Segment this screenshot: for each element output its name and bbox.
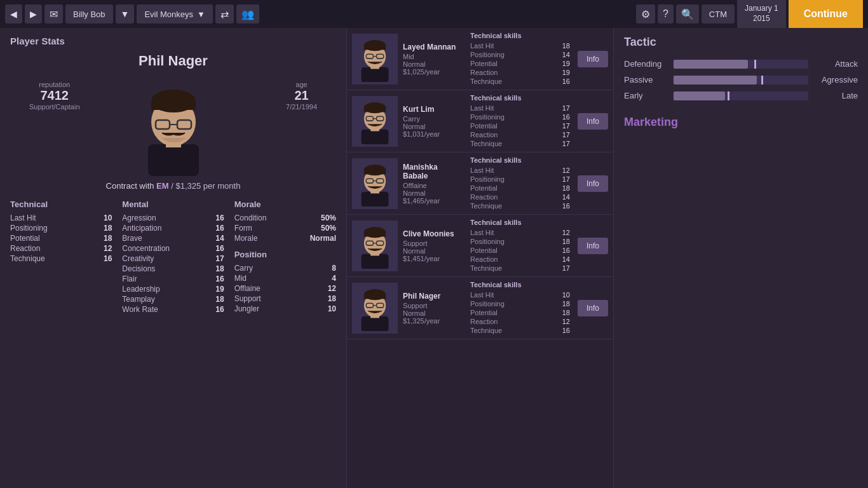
tech-skills-title: Technical skills [470,281,570,288]
tactic-title: Tactic [624,36,858,49]
mental-stat-row: Creativity17 [122,254,224,264]
player-info-morale: Normal [403,247,463,255]
player-dropdown[interactable]: ▼ [116,4,135,24]
player-info-morale: Normal [403,309,463,317]
transfer-button[interactable]: ⇄ [215,4,234,24]
tech-skills-title: Technical skills [470,32,570,39]
forward-button[interactable]: ▶ [25,4,42,24]
player-row: Kurt Lim Carry Normal $1,031/year Techni… [347,90,613,152]
info-button[interactable]: Info [578,238,608,254]
player-info-role: Mid [403,53,463,60]
tactic-end-label: Attack [813,59,858,69]
nav-icons: ⇄ 👥 [215,4,259,24]
svg-rect-24 [362,191,389,206]
player-info-name: Phil Nager [403,292,463,301]
tactic-end-label: Agressive [813,75,858,85]
tech-skills-title: Technical skills [470,219,570,226]
tech-skills: Technical skills Last Hit 12 Positioning… [468,156,573,210]
position-stat-row: Jungler10 [234,304,336,314]
search-button[interactable]: 🔍 [676,4,699,24]
tech-skills: Technical skills Last Hit 10 Positioning… [468,281,573,335]
info-button[interactable]: Info [578,300,608,316]
player-thumb [352,158,398,209]
age-block: age 21 7/21/1994 [286,81,317,111]
tactic-bar[interactable] [674,76,808,85]
player-name: Phil Nager [10,53,336,69]
player-avatar-small [356,36,394,82]
player-info-morale: Normal [403,123,463,130]
player-avatar-area: reputation 7412 Support/Captain [10,74,336,176]
contract-line: Contract with EM / $1,325 per month [10,181,336,191]
svg-rect-4 [151,101,196,110]
player-info: Kurt Lim Carry Normal $1,031/year [398,105,468,138]
player-row: Layed Mannan Mid Normal $1,025/year Tech… [347,28,613,90]
tech-skills: Technical skills Last Hit 18 Positioning… [468,32,573,86]
svg-rect-36 [364,232,386,236]
left-panel: Player Stats Phil Nager reputation 7412 … [0,28,346,488]
marketing-title: Marketing [624,116,858,129]
tech-skills: Technical skills Last Hit 12 Positioning… [468,219,573,273]
mental-stat-row: Agression16 [122,213,224,223]
player-info-name: Kurt Lim [403,105,463,114]
player-info-name: Clive Moonies [403,229,463,238]
player-info-salary: $1,031/year [403,130,463,138]
people-button[interactable]: 👥 [236,4,259,24]
tactic-label: Early [624,91,668,100]
player-info-name: Manishka Babale [403,163,463,180]
mental-col: Mental Agression16Anticipation16Brave14C… [112,200,224,315]
tactic-label: Passive [624,75,668,85]
morale-stats: Condition50%Form50%MoraleNormal [234,213,336,243]
back-button[interactable]: ◀ [5,4,22,24]
main-content: Player Stats Phil Nager reputation 7412 … [0,28,868,488]
position-stat-row: Support18 [234,294,336,304]
position-stat-row: Mid4 [234,273,336,283]
svg-rect-44 [364,294,386,299]
position-stat-row: Carry8 [234,263,336,273]
svg-rect-32 [362,254,389,268]
help-button[interactable]: ? [658,4,674,24]
mental-stat-row: Concentration16 [122,243,224,254]
team-name-nav[interactable]: Evil Monkeys ▼ [137,4,212,24]
player-info: Clive Moonies Support Normal $1,451/year [398,229,468,262]
continue-button[interactable]: Continue [789,0,863,28]
svg-rect-28 [364,170,386,174]
reputation-block: reputation 7412 Support/Captain [29,81,80,111]
tech-skills-title: Technical skills [470,156,570,164]
date-display: January 1 2015 [737,0,786,28]
technical-stat-row: Last Hit10 [10,213,112,223]
mental-stat-row: Work Rate16 [122,304,224,315]
technical-stat-row: Positioning18 [10,223,112,233]
tactic-bar[interactable] [674,60,808,69]
mental-stats: Agression16Anticipation16Brave14Concentr… [122,213,224,315]
player-thumb [352,283,398,334]
player-thumb [352,96,398,147]
tactic-bar[interactable] [674,92,808,100]
settings-button[interactable]: ⚙ [636,4,655,24]
tech-skills-title: Technical skills [470,94,570,102]
player-avatar [129,74,218,176]
morale-stat-row: Form50% [234,223,336,233]
player-row: Manishka Babale Offlaine Normal $1,465/y… [347,152,613,215]
info-button[interactable]: Info [578,113,608,130]
ctm-label: CTM [702,4,735,24]
mail-button[interactable]: ✉ [44,4,63,24]
info-button[interactable]: Info [578,51,608,67]
technical-stat-row: Technique16 [10,254,112,264]
technical-stats: Last Hit10Positioning18Potential18Reacti… [10,213,112,264]
contract-em: EM [156,181,169,191]
morale-header: Morale [234,200,336,209]
technical-stat-row: Potential18 [10,233,112,243]
tactic-row: Defending Attack [624,59,858,69]
player-info-salary: $1,465/year [403,197,463,205]
svg-rect-0 [148,144,199,176]
position-header: Position [234,250,336,259]
mental-stat-row: Decisions18 [122,264,224,274]
info-button[interactable]: Info [578,175,608,192]
mental-header: Mental [122,200,224,209]
svg-rect-20 [364,107,386,112]
tactic-label: Defending [624,59,668,69]
player-row: Phil Nager Support Normal $1,325/year Te… [347,277,613,339]
player-avatar-small [356,285,394,331]
mental-stat-row: Teamplay18 [122,294,224,304]
mental-stat-row: Flair16 [122,274,224,284]
